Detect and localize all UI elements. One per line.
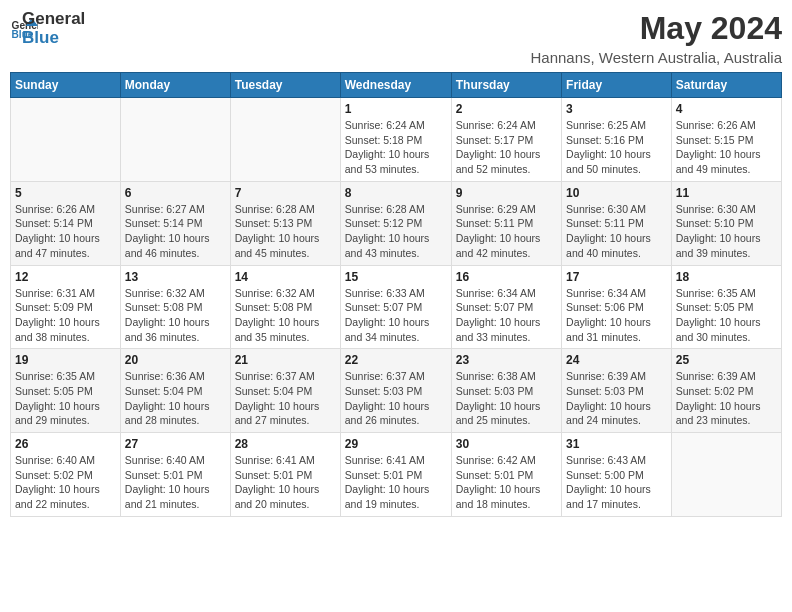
logo-text-blue: Blue xyxy=(22,29,85,48)
calendar-cell: 1Sunrise: 6:24 AM Sunset: 5:18 PM Daylig… xyxy=(340,98,451,182)
day-info: Sunrise: 6:25 AM Sunset: 5:16 PM Dayligh… xyxy=(566,118,667,177)
title-area: May 2024 Hannans, Western Australia, Aus… xyxy=(530,10,782,66)
day-info: Sunrise: 6:40 AM Sunset: 5:01 PM Dayligh… xyxy=(125,453,226,512)
weekday-header-thursday: Thursday xyxy=(451,73,561,98)
day-number: 10 xyxy=(566,186,667,200)
day-number: 1 xyxy=(345,102,447,116)
calendar-cell: 12Sunrise: 6:31 AM Sunset: 5:09 PM Dayli… xyxy=(11,265,121,349)
day-number: 11 xyxy=(676,186,777,200)
calendar-cell: 29Sunrise: 6:41 AM Sunset: 5:01 PM Dayli… xyxy=(340,433,451,517)
day-info: Sunrise: 6:28 AM Sunset: 5:12 PM Dayligh… xyxy=(345,202,447,261)
weekday-header-row: SundayMondayTuesdayWednesdayThursdayFrid… xyxy=(11,73,782,98)
calendar-week-row: 19Sunrise: 6:35 AM Sunset: 5:05 PM Dayli… xyxy=(11,349,782,433)
calendar-cell: 22Sunrise: 6:37 AM Sunset: 5:03 PM Dayli… xyxy=(340,349,451,433)
logo: General Blue General Blue xyxy=(10,10,85,47)
day-number: 31 xyxy=(566,437,667,451)
day-info: Sunrise: 6:26 AM Sunset: 5:15 PM Dayligh… xyxy=(676,118,777,177)
day-info: Sunrise: 6:39 AM Sunset: 5:03 PM Dayligh… xyxy=(566,369,667,428)
day-info: Sunrise: 6:40 AM Sunset: 5:02 PM Dayligh… xyxy=(15,453,116,512)
day-info: Sunrise: 6:41 AM Sunset: 5:01 PM Dayligh… xyxy=(345,453,447,512)
calendar-cell: 18Sunrise: 6:35 AM Sunset: 5:05 PM Dayli… xyxy=(671,265,781,349)
day-info: Sunrise: 6:32 AM Sunset: 5:08 PM Dayligh… xyxy=(125,286,226,345)
day-info: Sunrise: 6:36 AM Sunset: 5:04 PM Dayligh… xyxy=(125,369,226,428)
day-info: Sunrise: 6:35 AM Sunset: 5:05 PM Dayligh… xyxy=(676,286,777,345)
calendar-cell: 27Sunrise: 6:40 AM Sunset: 5:01 PM Dayli… xyxy=(120,433,230,517)
day-number: 15 xyxy=(345,270,447,284)
calendar-cell: 26Sunrise: 6:40 AM Sunset: 5:02 PM Dayli… xyxy=(11,433,121,517)
calendar-cell: 7Sunrise: 6:28 AM Sunset: 5:13 PM Daylig… xyxy=(230,181,340,265)
calendar-cell: 21Sunrise: 6:37 AM Sunset: 5:04 PM Dayli… xyxy=(230,349,340,433)
calendar-cell: 2Sunrise: 6:24 AM Sunset: 5:17 PM Daylig… xyxy=(451,98,561,182)
calendar-table: SundayMondayTuesdayWednesdayThursdayFrid… xyxy=(10,72,782,517)
weekday-header-sunday: Sunday xyxy=(11,73,121,98)
day-info: Sunrise: 6:33 AM Sunset: 5:07 PM Dayligh… xyxy=(345,286,447,345)
day-info: Sunrise: 6:32 AM Sunset: 5:08 PM Dayligh… xyxy=(235,286,336,345)
day-info: Sunrise: 6:37 AM Sunset: 5:04 PM Dayligh… xyxy=(235,369,336,428)
day-number: 26 xyxy=(15,437,116,451)
calendar-cell: 23Sunrise: 6:38 AM Sunset: 5:03 PM Dayli… xyxy=(451,349,561,433)
day-number: 14 xyxy=(235,270,336,284)
calendar-cell: 8Sunrise: 6:28 AM Sunset: 5:12 PM Daylig… xyxy=(340,181,451,265)
calendar-cell: 20Sunrise: 6:36 AM Sunset: 5:04 PM Dayli… xyxy=(120,349,230,433)
day-number: 8 xyxy=(345,186,447,200)
day-number: 13 xyxy=(125,270,226,284)
day-number: 17 xyxy=(566,270,667,284)
calendar-cell: 3Sunrise: 6:25 AM Sunset: 5:16 PM Daylig… xyxy=(562,98,672,182)
calendar-cell xyxy=(120,98,230,182)
day-number: 7 xyxy=(235,186,336,200)
day-number: 19 xyxy=(15,353,116,367)
calendar-week-row: 26Sunrise: 6:40 AM Sunset: 5:02 PM Dayli… xyxy=(11,433,782,517)
day-info: Sunrise: 6:43 AM Sunset: 5:00 PM Dayligh… xyxy=(566,453,667,512)
logo-text-general: General xyxy=(22,10,85,29)
day-number: 9 xyxy=(456,186,557,200)
page-header: General Blue General Blue May 2024 Hanna… xyxy=(10,10,782,66)
day-info: Sunrise: 6:28 AM Sunset: 5:13 PM Dayligh… xyxy=(235,202,336,261)
calendar-cell: 14Sunrise: 6:32 AM Sunset: 5:08 PM Dayli… xyxy=(230,265,340,349)
day-info: Sunrise: 6:24 AM Sunset: 5:18 PM Dayligh… xyxy=(345,118,447,177)
day-info: Sunrise: 6:34 AM Sunset: 5:06 PM Dayligh… xyxy=(566,286,667,345)
day-info: Sunrise: 6:30 AM Sunset: 5:11 PM Dayligh… xyxy=(566,202,667,261)
day-number: 5 xyxy=(15,186,116,200)
day-number: 12 xyxy=(15,270,116,284)
day-number: 23 xyxy=(456,353,557,367)
day-number: 20 xyxy=(125,353,226,367)
day-info: Sunrise: 6:31 AM Sunset: 5:09 PM Dayligh… xyxy=(15,286,116,345)
calendar-cell: 11Sunrise: 6:30 AM Sunset: 5:10 PM Dayli… xyxy=(671,181,781,265)
calendar-cell: 15Sunrise: 6:33 AM Sunset: 5:07 PM Dayli… xyxy=(340,265,451,349)
day-number: 4 xyxy=(676,102,777,116)
day-number: 18 xyxy=(676,270,777,284)
main-title: May 2024 xyxy=(530,10,782,47)
day-number: 6 xyxy=(125,186,226,200)
day-info: Sunrise: 6:27 AM Sunset: 5:14 PM Dayligh… xyxy=(125,202,226,261)
day-info: Sunrise: 6:42 AM Sunset: 5:01 PM Dayligh… xyxy=(456,453,557,512)
day-info: Sunrise: 6:24 AM Sunset: 5:17 PM Dayligh… xyxy=(456,118,557,177)
calendar-cell: 4Sunrise: 6:26 AM Sunset: 5:15 PM Daylig… xyxy=(671,98,781,182)
calendar-cell: 5Sunrise: 6:26 AM Sunset: 5:14 PM Daylig… xyxy=(11,181,121,265)
calendar-cell: 13Sunrise: 6:32 AM Sunset: 5:08 PM Dayli… xyxy=(120,265,230,349)
weekday-header-monday: Monday xyxy=(120,73,230,98)
calendar-week-row: 12Sunrise: 6:31 AM Sunset: 5:09 PM Dayli… xyxy=(11,265,782,349)
day-number: 3 xyxy=(566,102,667,116)
day-number: 30 xyxy=(456,437,557,451)
day-info: Sunrise: 6:30 AM Sunset: 5:10 PM Dayligh… xyxy=(676,202,777,261)
calendar-cell: 10Sunrise: 6:30 AM Sunset: 5:11 PM Dayli… xyxy=(562,181,672,265)
day-number: 2 xyxy=(456,102,557,116)
day-info: Sunrise: 6:35 AM Sunset: 5:05 PM Dayligh… xyxy=(15,369,116,428)
day-number: 28 xyxy=(235,437,336,451)
day-number: 29 xyxy=(345,437,447,451)
calendar-cell: 30Sunrise: 6:42 AM Sunset: 5:01 PM Dayli… xyxy=(451,433,561,517)
calendar-cell: 31Sunrise: 6:43 AM Sunset: 5:00 PM Dayli… xyxy=(562,433,672,517)
day-number: 16 xyxy=(456,270,557,284)
calendar-cell: 17Sunrise: 6:34 AM Sunset: 5:06 PM Dayli… xyxy=(562,265,672,349)
day-number: 27 xyxy=(125,437,226,451)
calendar-cell: 24Sunrise: 6:39 AM Sunset: 5:03 PM Dayli… xyxy=(562,349,672,433)
day-info: Sunrise: 6:39 AM Sunset: 5:02 PM Dayligh… xyxy=(676,369,777,428)
day-info: Sunrise: 6:41 AM Sunset: 5:01 PM Dayligh… xyxy=(235,453,336,512)
calendar-week-row: 5Sunrise: 6:26 AM Sunset: 5:14 PM Daylig… xyxy=(11,181,782,265)
calendar-cell xyxy=(230,98,340,182)
day-number: 25 xyxy=(676,353,777,367)
calendar-cell: 16Sunrise: 6:34 AM Sunset: 5:07 PM Dayli… xyxy=(451,265,561,349)
calendar-cell xyxy=(11,98,121,182)
calendar-cell: 19Sunrise: 6:35 AM Sunset: 5:05 PM Dayli… xyxy=(11,349,121,433)
day-info: Sunrise: 6:38 AM Sunset: 5:03 PM Dayligh… xyxy=(456,369,557,428)
